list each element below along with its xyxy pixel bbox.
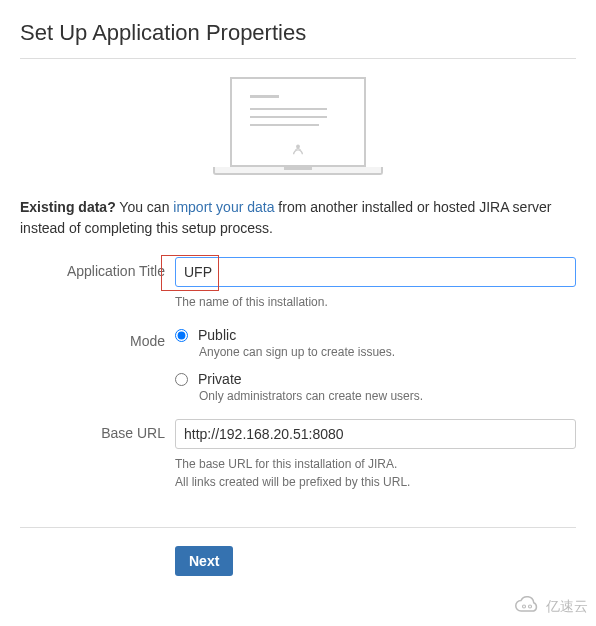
mode-private-radio[interactable] bbox=[175, 373, 188, 386]
divider-top bbox=[20, 58, 576, 59]
mode-public-radio[interactable] bbox=[175, 329, 188, 342]
mode-private-label: Private bbox=[198, 371, 242, 387]
watermark: 亿速云 bbox=[512, 595, 588, 618]
person-icon bbox=[291, 142, 305, 159]
app-title-input[interactable] bbox=[175, 257, 576, 287]
next-button[interactable]: Next bbox=[175, 546, 233, 576]
svg-point-1 bbox=[523, 605, 526, 608]
mode-public-help: Anyone can sign up to create issues. bbox=[199, 345, 576, 359]
existing-data-text: Existing data? You can import your data … bbox=[20, 197, 576, 239]
svg-point-2 bbox=[529, 605, 532, 608]
mode-private-help: Only administrators can create new users… bbox=[199, 389, 576, 403]
laptop-illustration bbox=[20, 77, 576, 175]
page-title: Set Up Application Properties bbox=[20, 20, 576, 46]
existing-data-label: Existing data? bbox=[20, 199, 116, 215]
cloud-icon bbox=[512, 595, 542, 618]
base-url-help: The base URL for this installation of JI… bbox=[175, 455, 576, 491]
base-url-input[interactable] bbox=[175, 419, 576, 449]
divider-bottom bbox=[20, 527, 576, 528]
import-data-link[interactable]: import your data bbox=[173, 199, 274, 215]
app-title-help: The name of this installation. bbox=[175, 293, 576, 311]
base-url-label: Base URL bbox=[20, 419, 175, 441]
app-title-label: Application Title bbox=[20, 257, 175, 279]
mode-label: Mode bbox=[20, 327, 175, 349]
mode-public-label: Public bbox=[198, 327, 236, 343]
